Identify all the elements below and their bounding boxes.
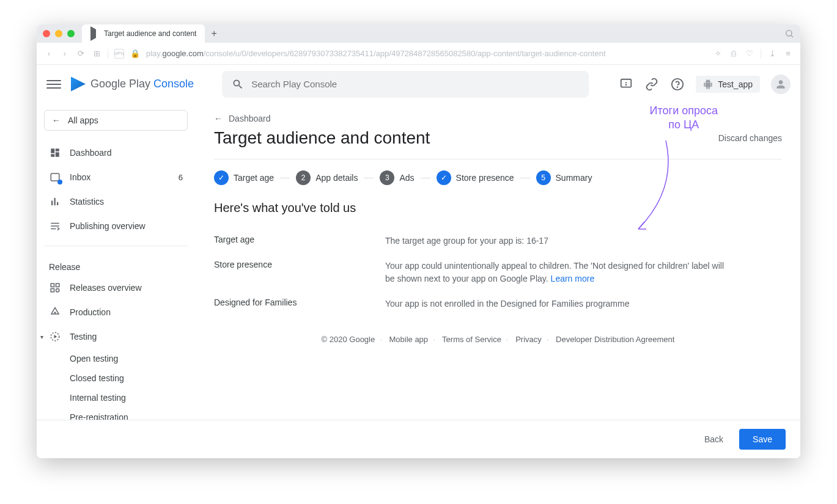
account-avatar[interactable] [771, 75, 791, 94]
app-selector[interactable]: Test_app [696, 76, 760, 93]
breadcrumb[interactable]: ← Dashboard [214, 114, 782, 123]
play-logo-icon [71, 77, 86, 92]
releases-icon [49, 282, 61, 294]
browser-tab[interactable]: Target audience and content [82, 24, 205, 43]
arrow-left-icon: ← [214, 114, 223, 123]
menu-toggle-button[interactable] [46, 77, 61, 92]
check-icon [214, 170, 229, 185]
new-tab-button[interactable]: + [211, 28, 216, 39]
summary-row-store-presence: Store presence Your app could unintentio… [214, 254, 782, 291]
footer-mobile-app[interactable]: Mobile app [389, 335, 428, 344]
svg-rect-9 [54, 198, 56, 205]
svg-point-18 [54, 312, 56, 313]
address-bar[interactable]: play.google.com/console/u/0/developers/6… [146, 49, 707, 58]
sidebar-item-testing[interactable]: ▾ Testing [44, 324, 188, 349]
page-title: Target audience and content [214, 128, 430, 148]
apps-grid-icon[interactable]: ⊞ [92, 49, 101, 59]
android-icon [703, 79, 713, 89]
footer-links: © 2020 Google· Mobile app· Terms of Serv… [214, 316, 782, 356]
inbox-badge: 6 [179, 173, 183, 182]
sidebar-sub-internal-testing[interactable]: Internal testing [44, 388, 188, 407]
svg-point-17 [56, 289, 59, 292]
window-minimize-button[interactable] [55, 30, 62, 37]
testing-icon [49, 331, 61, 343]
sidebar-section-release: Release [44, 254, 188, 276]
sidebar-item-production[interactable]: Production [44, 300, 188, 324]
reader-icon[interactable]: ✧ [713, 49, 723, 59]
footer-privacy[interactable]: Privacy [515, 335, 542, 344]
svg-marker-20 [54, 335, 57, 338]
check-icon [437, 170, 451, 185]
bottom-action-bar: Back Save [37, 420, 800, 458]
svg-rect-14 [51, 283, 54, 287]
publish-icon [49, 220, 61, 232]
production-icon [49, 306, 61, 318]
window-zoom-button[interactable] [67, 30, 75, 37]
search-tabs-icon[interactable] [784, 29, 794, 38]
search-box[interactable] [222, 71, 589, 98]
footer-terms[interactable]: Terms of Service [442, 335, 501, 344]
footer-dda[interactable]: Developer Distribution Agreement [556, 335, 674, 344]
window-titlebar: Target audience and content + [37, 24, 800, 43]
forward-nav-icon[interactable]: › [60, 49, 70, 59]
sidebar-sub-closed-testing[interactable]: Closed testing [44, 368, 188, 388]
camera-icon[interactable]: ⎙ [729, 49, 739, 59]
svg-point-6 [677, 87, 678, 87]
all-apps-button[interactable]: ← All apps [44, 110, 188, 131]
annotation-arrow-icon [629, 134, 684, 238]
sidebar-item-statistics[interactable]: Statistics [44, 189, 188, 214]
step-target-age[interactable]: Target age [214, 170, 274, 185]
app-name: Test_app [718, 79, 753, 89]
stats-icon [49, 195, 61, 208]
sidebar-sub-pre-registration[interactable]: Pre-registration [44, 407, 188, 420]
step-summary[interactable]: 5Summary [536, 170, 592, 185]
browser-toolbar: ‹ › ⟳ ⊞ VPN 🔒 play.google.com/console/u/… [37, 43, 800, 65]
summary-row-designed-for-families: Designed for Families Your app is not en… [214, 291, 782, 316]
window-close-button[interactable] [43, 30, 50, 37]
sidebar-sub-open-testing[interactable]: Open testing [44, 349, 188, 368]
chevron-down-icon: ▾ [40, 334, 43, 340]
sidebar-item-dashboard[interactable]: Dashboard [44, 141, 188, 165]
arrow-left-icon: ← [52, 115, 61, 125]
all-apps-label: All apps [68, 115, 98, 125]
sidebar: ← All apps Dashboard Inbox 6 Statistics [37, 104, 196, 420]
menu-icon[interactable]: ≡ [783, 49, 793, 59]
download-icon[interactable]: ⤓ [767, 49, 777, 59]
step-ads[interactable]: 3Ads [380, 170, 414, 185]
sidebar-item-publishing-overview[interactable]: Publishing overview [44, 214, 188, 238]
search-input[interactable] [251, 79, 579, 89]
vpn-icon[interactable]: VPN [114, 49, 124, 59]
stepper: Target age 2App details 3Ads Store prese… [214, 170, 782, 185]
learn-more-link[interactable]: Learn more [551, 274, 595, 283]
lock-icon: 🔒 [130, 49, 140, 59]
logo-text: Google Play Console [90, 78, 194, 90]
sidebar-item-inbox[interactable]: Inbox 6 [44, 165, 188, 189]
svg-line-1 [791, 35, 793, 37]
heart-icon[interactable]: ♡ [745, 49, 754, 59]
tab-title: Target audience and content [104, 29, 196, 38]
svg-point-4 [626, 84, 627, 85]
link-icon[interactable] [644, 77, 659, 92]
back-button[interactable]: Back [697, 429, 731, 449]
search-icon [232, 78, 244, 90]
feedback-icon[interactable] [619, 77, 633, 92]
discard-changes-button[interactable]: Discard changes [718, 133, 782, 143]
play-icon [90, 29, 99, 38]
sidebar-item-releases-overview[interactable]: Releases overview [44, 276, 188, 300]
svg-rect-16 [51, 289, 54, 292]
step-store-presence[interactable]: Store presence [437, 170, 514, 185]
save-button[interactable]: Save [739, 429, 786, 450]
section-title: Here's what you've told us [214, 201, 782, 215]
divider [44, 246, 188, 246]
main-content: Итоги опроса по ЦА ← Dashboard Target au… [196, 104, 800, 420]
divider [214, 159, 782, 159]
svg-rect-8 [51, 201, 53, 206]
dashboard-icon [49, 147, 61, 159]
reload-icon[interactable]: ⟳ [76, 49, 86, 59]
help-icon[interactable] [670, 77, 685, 92]
summary-row-target-age: Target age The target age group for your… [214, 228, 782, 254]
back-nav-icon[interactable]: ‹ [44, 49, 54, 59]
logo[interactable]: Google Play Console [71, 77, 194, 92]
step-app-details[interactable]: 2App details [296, 170, 358, 185]
app-header: Google Play Console Test_app [37, 65, 800, 104]
